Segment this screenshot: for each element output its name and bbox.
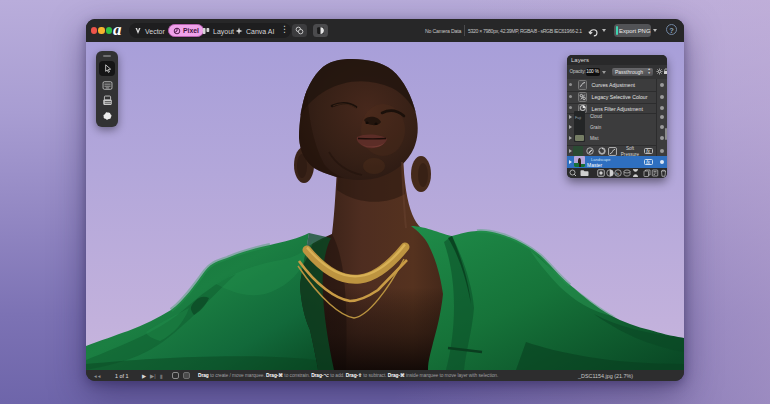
- svg-text:fx: fx: [616, 171, 619, 176]
